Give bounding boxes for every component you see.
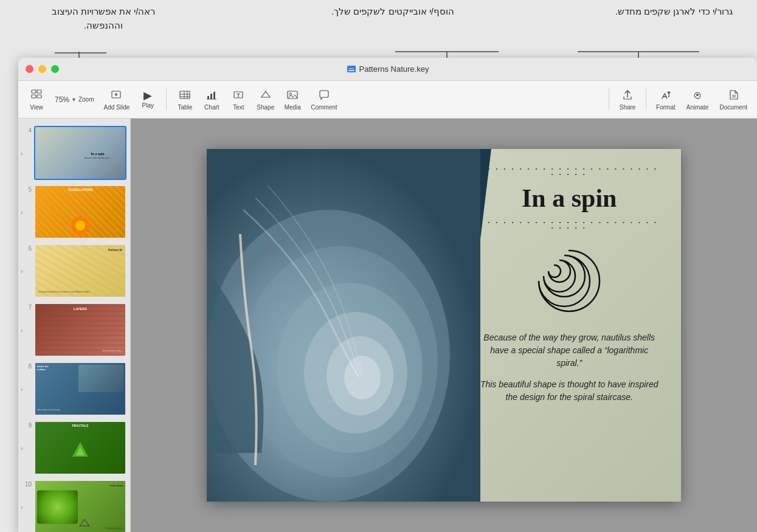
- slide-item-7[interactable]: › 7 LAYERS Rock formations show...: [18, 300, 130, 359]
- toolbar-center-section: Table Chart T Text Shape: [171, 86, 342, 113]
- add-slide-icon: [111, 89, 123, 103]
- toolbar-divider-3: [646, 89, 646, 111]
- shape-icon: [260, 89, 272, 103]
- main-content: › 4 In a spin Because of the way they gr…: [18, 119, 757, 532]
- slide-number-9: 9: [22, 421, 32, 429]
- shape-button[interactable]: Shape: [252, 86, 279, 113]
- view-button[interactable]: View: [23, 86, 50, 113]
- shell-image: [207, 149, 482, 502]
- comment-button[interactable]: Comment: [306, 86, 342, 113]
- toolbar-left-section: View 75% ▼ Zoom Add Slide ▶ Play: [23, 86, 161, 113]
- share-label: Share: [620, 104, 636, 111]
- chart-button[interactable]: Chart: [198, 86, 225, 113]
- slide-canvas-area[interactable]: • • • • • • • • • • • • • • • • • • • • …: [131, 119, 757, 532]
- chart-icon: [206, 89, 218, 103]
- document-button[interactable]: Document: [714, 86, 752, 113]
- slide-body-1: Because of the way they grow, nautilus s…: [479, 331, 660, 370]
- slide-text-content: • • • • • • • • • • • • • • • • • • • • …: [469, 149, 669, 502]
- collapse-arrow-8[interactable]: ›: [21, 385, 22, 392]
- slide-item-6[interactable]: › 6 Perfect fit Honeycomb patterns are n…: [18, 241, 130, 300]
- svg-text:T: T: [237, 92, 241, 98]
- slide-thumb-6[interactable]: Perfect fit Honeycomb patterns are natur…: [34, 244, 126, 298]
- slide-thumb-8[interactable]: Under the surface Water shapes the lands…: [34, 362, 126, 416]
- share-button[interactable]: Share: [614, 86, 641, 113]
- collapse-arrow-4[interactable]: ›: [21, 150, 22, 156]
- svg-rect-23: [210, 94, 212, 99]
- slide-number-8: 8: [22, 362, 32, 370]
- comment-icon: [318, 89, 330, 103]
- maximize-button[interactable]: [51, 65, 59, 73]
- slide-thumb-5[interactable]: TESSELLATIONS: [34, 185, 126, 239]
- zoom-value: 75%: [55, 95, 69, 104]
- current-slide: • • • • • • • • • • • • • • • • • • • • …: [207, 149, 681, 502]
- svg-rect-13: [37, 95, 41, 98]
- slide-thumb-7[interactable]: LAYERS Rock formations show...: [34, 303, 126, 357]
- comment-label: Comment: [311, 104, 337, 111]
- add-slide-label: Add Slide: [104, 104, 130, 111]
- format-button[interactable]: Format: [651, 86, 680, 113]
- slide-body-2: This beautiful shape is thought to have …: [479, 378, 660, 404]
- annotation-area: גרור/י כדי לארגן שקפים מחדש. הוסף/י אובי…: [0, 0, 757, 58]
- svg-rect-10: [32, 90, 36, 93]
- annotation-left: גרור/י כדי לארגן שקפים מחדש.: [615, 5, 733, 58]
- text-icon: T: [232, 89, 244, 103]
- play-icon: ▶: [143, 90, 152, 101]
- slide-item-9[interactable]: › 9 FRACTALS: [18, 418, 130, 477]
- spiral-graphic: [530, 241, 609, 320]
- format-label: Format: [656, 104, 676, 111]
- media-button[interactable]: Media: [279, 86, 306, 113]
- slide-item-5[interactable]: › 5 TESSELLATIONS: [18, 182, 130, 241]
- table-button[interactable]: Table: [171, 86, 198, 113]
- slide-thumb-10[interactable]: Look closer Romanesco broccoli...: [34, 480, 126, 532]
- keynote-window: Patterns Nature.key View 75% ▼ Zoom Add …: [18, 58, 757, 532]
- animate-button[interactable]: Animate: [682, 86, 714, 113]
- animate-icon: [691, 89, 703, 103]
- table-icon: [179, 89, 191, 103]
- svg-rect-7: [348, 70, 354, 71]
- minimize-button[interactable]: [38, 65, 46, 73]
- zoom-button[interactable]: 75% ▼ Zoom: [50, 93, 99, 106]
- view-label: View: [30, 104, 43, 111]
- svg-marker-37: [80, 519, 89, 526]
- toolbar-right-section: Share Format Animate Document: [605, 86, 752, 113]
- slide-number-7: 7: [22, 303, 32, 311]
- chart-label: Chart: [204, 104, 219, 111]
- media-label: Media: [285, 104, 301, 111]
- text-label: Text: [233, 104, 244, 111]
- svg-rect-22: [207, 96, 209, 99]
- slide-panel[interactable]: › 4 In a spin Because of the way they gr…: [18, 119, 131, 532]
- table-label: Table: [178, 104, 192, 111]
- collapse-arrow-7[interactable]: ›: [21, 326, 22, 333]
- titlebar: Patterns Nature.key: [18, 58, 757, 81]
- play-button[interactable]: ▶ Play: [134, 88, 161, 111]
- play-label: Play: [142, 102, 154, 109]
- svg-rect-8: [349, 68, 354, 69]
- text-button[interactable]: T Text: [225, 86, 252, 113]
- annotation-center: הוסף/י אובייקטים לשקפים שלך.: [331, 5, 454, 58]
- dots-bottom: • • • • • • • • • • • • • • • • • • • • …: [479, 219, 660, 230]
- collapse-arrow-6[interactable]: ›: [21, 268, 22, 274]
- zoom-chevron-icon: ▼: [71, 97, 77, 103]
- slide-thumb-4[interactable]: In a spin Because of the way they grow..…: [34, 126, 126, 180]
- toolbar: View 75% ▼ Zoom Add Slide ▶ Play: [18, 81, 757, 119]
- svg-rect-24: [213, 92, 215, 99]
- collapse-arrow-5[interactable]: ›: [21, 209, 22, 215]
- collapse-arrow-9[interactable]: ›: [21, 444, 22, 451]
- slide-number-5: 5: [22, 185, 32, 193]
- slide-thumb-9[interactable]: FRACTALS: [34, 421, 126, 475]
- add-slide-button[interactable]: Add Slide: [99, 86, 135, 113]
- window-controls: [26, 65, 59, 73]
- animate-label: Animate: [686, 104, 709, 111]
- slide-item-4[interactable]: › 4 In a spin Because of the way they gr…: [18, 123, 130, 182]
- view-icon: [30, 89, 43, 103]
- slide-number-6: 6: [22, 244, 32, 252]
- close-button[interactable]: [26, 65, 33, 73]
- annotation-right: ראה/י את אפשרויות העיצוב וההנפשה.: [36, 5, 170, 58]
- slide-item-8[interactable]: › 8 Under the surface Water shapes the l…: [18, 359, 130, 418]
- svg-marker-28: [261, 91, 270, 97]
- document-icon: [727, 89, 739, 103]
- slide-item-10[interactable]: › 10 Look closer Romanesco broccoli...: [18, 477, 130, 532]
- slide-number-10: 10: [22, 480, 32, 488]
- svg-rect-11: [37, 90, 41, 93]
- collapse-arrow-10[interactable]: ›: [21, 503, 22, 510]
